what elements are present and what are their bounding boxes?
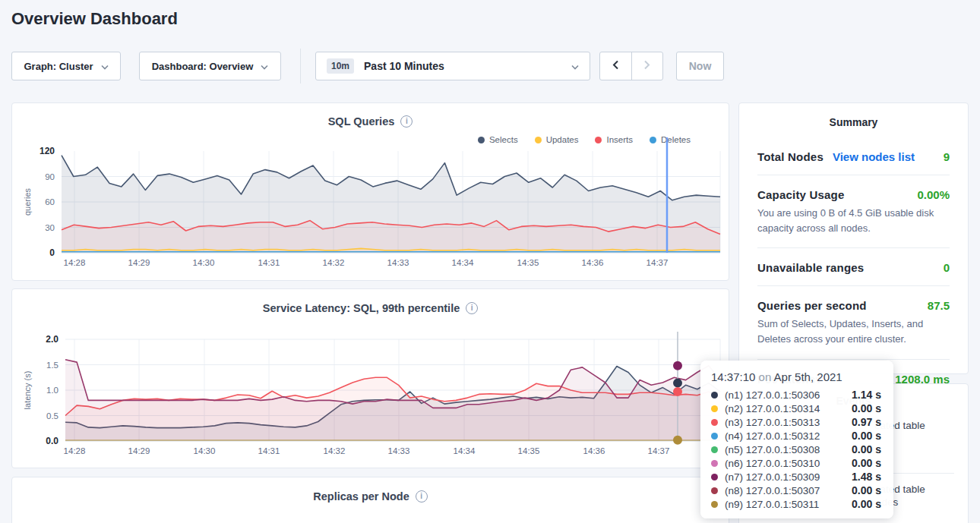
replicas-per-node-title: Replicas per Node bbox=[313, 490, 409, 503]
summary-heading: Summary bbox=[739, 116, 968, 128]
svg-text:30: 30 bbox=[45, 223, 55, 232]
time-range-picker[interactable]: 10m Past 10 Minutes bbox=[315, 52, 590, 80]
tooltip-node-row: (n3) 127.0.0.1:503130.97 s bbox=[711, 415, 883, 429]
tooltip-node-row: (n7) 127.0.0.1:503091.48 s bbox=[711, 470, 883, 484]
chevron-right-icon bbox=[643, 60, 650, 72]
tooltip-node-row: (n2) 127.0.0.1:503140.00 s bbox=[711, 402, 883, 415]
overview-dashboard-page: Overview Dashboard Graph: Cluster Dashbo… bbox=[0, 0, 980, 523]
summary-panel: Summary Total Nodes View nodes list 9 Ca… bbox=[738, 102, 969, 374]
svg-text:14:30: 14:30 bbox=[194, 446, 216, 455]
tooltip-node-row: (n1) 127.0.0.1:503061.14 s bbox=[711, 388, 883, 402]
replicas-per-node-card: Replicas per Node bbox=[11, 477, 729, 523]
tooltip-timestamp: 14:37:10 on Apr 5th, 2021 bbox=[711, 370, 883, 383]
next-range-button[interactable] bbox=[631, 52, 662, 80]
chevron-down-icon bbox=[571, 59, 579, 73]
svg-text:14:31: 14:31 bbox=[258, 446, 280, 455]
now-button-label: Now bbox=[689, 60, 712, 72]
node-address: (n1) 127.0.0.1:50306 bbox=[725, 389, 820, 401]
view-nodes-list-link[interactable]: View nodes list bbox=[833, 150, 915, 163]
svg-text:latency (s): latency (s) bbox=[23, 371, 32, 410]
svg-text:14:36: 14:36 bbox=[583, 446, 605, 455]
tooltip-rows: (n1) 127.0.0.1:503061.14 s(n2) 127.0.0.1… bbox=[711, 388, 883, 511]
chevron-down-icon bbox=[261, 59, 268, 73]
graph-dropdown[interactable]: Graph: Cluster bbox=[11, 52, 121, 80]
node-latency-value: 0.00 s bbox=[852, 498, 883, 510]
time-range-badge: 10m bbox=[327, 58, 354, 74]
node-color-dot bbox=[711, 501, 718, 508]
svg-text:1.0: 1.0 bbox=[46, 386, 58, 395]
node-latency-value: 0.00 s bbox=[852, 430, 883, 442]
svg-text:0: 0 bbox=[49, 247, 55, 258]
node-color-dot bbox=[711, 487, 718, 494]
graph-dropdown-label: Graph: Cluster bbox=[24, 61, 93, 72]
svg-text:14:30: 14:30 bbox=[193, 258, 215, 267]
svg-text:120: 120 bbox=[40, 146, 55, 156]
total-nodes-label: Total Nodes bbox=[757, 150, 824, 163]
svg-text:14:28: 14:28 bbox=[64, 446, 86, 455]
capacity-usage-label: Capacity Usage bbox=[757, 188, 845, 201]
node-color-dot bbox=[711, 392, 718, 399]
controls-divider bbox=[300, 49, 301, 83]
svg-text:14:35: 14:35 bbox=[517, 258, 539, 267]
svg-text:14:37: 14:37 bbox=[648, 446, 670, 455]
svg-text:90: 90 bbox=[45, 172, 55, 181]
capacity-usage-subtext: You are using 0 B of 4.5 GiB usable disk… bbox=[757, 206, 950, 236]
summary-row-unavailable-ranges: Unavailable ranges 0 bbox=[757, 248, 950, 286]
unavailable-ranges-value: 0 bbox=[944, 261, 950, 274]
hover-point-dot bbox=[673, 379, 682, 388]
qps-subtext: Sum of Selects, Updates, Inserts, and De… bbox=[757, 317, 950, 347]
svg-text:queries: queries bbox=[23, 187, 32, 216]
page-title: Overview Dashboard bbox=[11, 9, 178, 29]
node-latency-value: 0.00 s bbox=[852, 402, 883, 414]
svg-text:14:36: 14:36 bbox=[582, 258, 604, 267]
node-latency-value: 1.48 s bbox=[852, 471, 883, 483]
svg-text:14:33: 14:33 bbox=[388, 446, 410, 455]
node-address: (n3) 127.0.0.1:50313 bbox=[725, 417, 820, 428]
node-color-dot bbox=[711, 433, 718, 440]
now-button[interactable]: Now bbox=[676, 52, 724, 80]
chart-hover-tooltip: 14:37:10 on Apr 5th, 2021 (n1) 127.0.0.1… bbox=[700, 361, 893, 518]
node-address: (n5) 127.0.0.1:50308 bbox=[725, 444, 820, 455]
node-color-dot bbox=[711, 446, 718, 453]
svg-text:1.5: 1.5 bbox=[46, 361, 58, 370]
sql-queries-chart[interactable]: 14:2814:2914:3014:3114:3214:3314:3414:35… bbox=[12, 103, 729, 280]
node-latency-value: 0.00 s bbox=[852, 443, 883, 455]
node-latency-value: 0.97 s bbox=[852, 416, 883, 428]
svg-text:14:35: 14:35 bbox=[518, 446, 540, 455]
svg-text:14:32: 14:32 bbox=[324, 446, 346, 455]
node-latency-value: 1.14 s bbox=[852, 389, 883, 401]
hover-point-dot bbox=[673, 436, 682, 445]
capacity-usage-value: 0.00% bbox=[917, 188, 950, 201]
node-color-dot bbox=[711, 474, 718, 480]
info-icon[interactable] bbox=[416, 490, 428, 503]
prev-range-button[interactable] bbox=[600, 52, 631, 80]
node-address: (n9) 127.0.0.1:50311 bbox=[725, 499, 819, 510]
svg-text:14:37: 14:37 bbox=[646, 258, 669, 267]
sql-queries-card: SQL Queries SelectsUpdatesInsertsDeletes… bbox=[11, 102, 729, 281]
chevron-down-icon bbox=[101, 59, 109, 73]
hover-point-dot bbox=[673, 361, 682, 370]
dashboard-dropdown-label: Dashboard: Overview bbox=[152, 61, 254, 72]
chevron-left-icon bbox=[612, 60, 619, 72]
summary-row-total-nodes: Total Nodes View nodes list 9 bbox=[757, 137, 950, 175]
dashboard-dropdown[interactable]: Dashboard: Overview bbox=[139, 52, 281, 80]
svg-text:0.5: 0.5 bbox=[46, 411, 58, 421]
node-latency-value: 0.00 s bbox=[852, 457, 883, 469]
node-color-dot bbox=[711, 460, 718, 467]
hover-point-dot bbox=[673, 387, 682, 396]
svg-text:14:29: 14:29 bbox=[128, 446, 150, 455]
node-address: (n4) 127.0.0.1:50312 bbox=[725, 430, 820, 442]
summary-row-capacity: Capacity Usage 0.00% You are using 0 B o… bbox=[757, 175, 950, 248]
svg-text:14:34: 14:34 bbox=[454, 446, 476, 455]
node-color-dot bbox=[711, 419, 718, 426]
node-address: (n8) 127.0.0.1:50307 bbox=[725, 485, 820, 496]
tooltip-node-row: (n9) 127.0.0.1:503110.00 s bbox=[711, 497, 883, 511]
service-latency-chart[interactable]: 14:2814:2914:3014:3114:3214:3314:3414:35… bbox=[12, 289, 729, 468]
svg-text:14:33: 14:33 bbox=[387, 258, 409, 267]
service-latency-card: Service Latency: SQL, 99th percentile 14… bbox=[11, 288, 729, 468]
svg-text:14:28: 14:28 bbox=[64, 258, 86, 267]
qps-value: 87.5 bbox=[928, 299, 950, 312]
svg-text:60: 60 bbox=[45, 197, 55, 206]
time-step-buttons bbox=[599, 52, 663, 80]
time-range-label: Past 10 Minutes bbox=[364, 60, 571, 72]
